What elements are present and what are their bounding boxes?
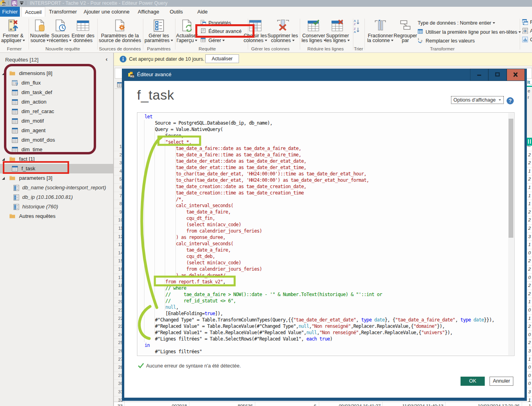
grid-cell-value: 10/03/2024 17:21:36: [478, 404, 520, 406]
vertical-scrollbar[interactable]: [508, 113, 514, 355]
scrollbar-thumb[interactable]: [509, 119, 513, 238]
code-line-16: tae_date_a_faire,: [145, 209, 494, 215]
grid-gridline: [319, 402, 319, 406]
properties-button[interactable]: Propriétés: [200, 20, 231, 25]
code-token: ,: [176, 304, 179, 310]
code-token: "tae_date_a_faire_date": [395, 317, 455, 323]
tree-item-label: db_name (socleng-intersport_report): [22, 185, 106, 190]
teal-underline-fragment: [527, 86, 532, 87]
append-queries-button[interactable]: A: [522, 28, 532, 33]
tree-item-dim-action[interactable]: dim_action: [0, 97, 113, 107]
use-first-row-as-headers-button[interactable]: Utiliser la première ligne pour les en-t…: [418, 29, 521, 35]
parameter-icon: [13, 194, 20, 201]
tree-item-dim-time[interactable]: dim_time: [0, 145, 113, 154]
expand-triangle-icon[interactable]: [2, 177, 5, 180]
tree-item-db-ip-10-106-100-81[interactable]: db_ip (10.106.100.81): [0, 192, 113, 202]
tree-item-dim-agent[interactable]: dim_agent: [0, 126, 113, 135]
menu-tab-ajouter[interactable]: Ajouter une colonne: [79, 7, 134, 17]
code-token: ]),: [215, 311, 223, 316]
expand-triangle-icon[interactable]: [2, 158, 5, 161]
help-icon[interactable]: ?: [507, 97, 514, 104]
tree-item-dim-flux[interactable]: ?dim_flux: [0, 78, 113, 88]
replace-values-button[interactable]: 12Remplacer les valeurs: [418, 38, 475, 43]
code-token: "Non renseigné": [312, 323, 351, 329]
pane-text-fragment-1: e: [528, 89, 530, 93]
remove-rows-button[interactable]: Supprimerles lignes: [316, 18, 359, 43]
code-line-37: in: [145, 342, 494, 348]
dialog-close-button[interactable]: [507, 69, 525, 81]
quick-access-dropdown-icon[interactable]: [20, 1, 24, 5]
display-options-dropdown[interactable]: Options d'affichage: [451, 96, 504, 104]
grid-cell-value: 1: [529, 404, 531, 406]
menu-tab-transformer[interactable]: Transformer: [47, 7, 79, 17]
tree-item-historique-760[interactable]: historique (760): [0, 202, 113, 212]
enter-data-icon: [76, 19, 90, 33]
tree-item-label: dim_ref_carac: [21, 108, 54, 114]
cancel-button[interactable]: Annuler: [490, 377, 513, 386]
refresh-preview-icon: [180, 19, 194, 33]
code-token: ) as reponse_duree,: [145, 235, 226, 240]
code-token: tae_date_der_etat::time as tae_date_der_…: [145, 165, 306, 170]
tree-item-dim-ref-carac[interactable]: dim_ref_carac: [0, 107, 113, 116]
data-source-settings-icon: [113, 19, 127, 33]
refresh-button[interactable]: Actualiser: [205, 54, 239, 63]
tree-item-dim-task-def[interactable]: dim_task_def: [0, 88, 113, 97]
menu-tab-accueil[interactable]: Accueil: [21, 7, 45, 17]
menu-tab-affichage[interactable]: Affichage: [134, 7, 163, 17]
tree-group-fact-1[interactable]: fact [1]: [0, 154, 113, 164]
dialog-maximize-button[interactable]: [488, 69, 507, 81]
table-icon: [12, 147, 18, 153]
code-token: #"Replaced Value" = Table.ReplaceValue(#…: [145, 323, 299, 329]
code-token: true: [204, 311, 215, 316]
code-editor[interactable]: let Source = PostgreSQL.Database(db_ip, …: [137, 112, 515, 356]
cell-value-fragment: 2: [528, 267, 531, 271]
code-line-38: #"Lignes filtrées": [145, 348, 494, 355]
code-line-27: from report.f_task_v2",: [145, 279, 494, 285]
code-token: // where: [145, 285, 186, 291]
tree-group-dimensions-8[interactable]: dimensions [8]: [0, 69, 113, 78]
expand-triangle-icon[interactable]: [2, 72, 5, 75]
collapse-pane-icon[interactable]: ‹: [106, 56, 108, 62]
combine-files-button[interactable]: C: [522, 37, 532, 42]
cell-value-fragment: 1: [528, 169, 531, 173]
code-token: ,: [309, 323, 312, 329]
menu-tab-fichier[interactable]: Fichier: [0, 7, 20, 17]
tree-item-db-name-socleng-intersport-report[interactable]: db_name (socleng-intersport_report): [0, 183, 113, 192]
data-source-settings-button[interactable]: Paramètres de lasource de données: [98, 18, 142, 43]
dialog-titlebar[interactable]: RS Éditeur avancé: [122, 69, 527, 81]
dialog-minimize-button[interactable]: [470, 69, 488, 81]
code-line-19: from calendrier_jours_feries): [145, 228, 494, 234]
tree-group-autres-requ-tes[interactable]: Autres requêtes: [0, 212, 113, 221]
tree-item-dim-motif-dos[interactable]: dim_motif_dos: [0, 135, 113, 145]
code-line-1: let: [145, 114, 494, 120]
code-token: calc_interval_seconds(: [145, 241, 233, 246]
code-line-35: #"Replaced Value1" = Table.ReplaceValue(…: [145, 329, 494, 336]
menu-tab-outils[interactable]: Outils: [163, 7, 190, 17]
code-line-7: tae_date_a_faire::time as tae_date_a_fai…: [145, 152, 494, 158]
data-source-settings-label: Paramètres de lasource de données: [98, 34, 142, 43]
manage-button[interactable]: Gérer: [200, 37, 225, 43]
menu-tab-aide[interactable]: Aide: [190, 7, 215, 17]
cell-value-fragment: 3: [528, 234, 531, 239]
data-type-button[interactable]: Type de données : Nombre entier: [418, 20, 495, 26]
save-icon[interactable]: [12, 0, 17, 6]
tree-item-f-task[interactable]: f_task: [0, 164, 113, 173]
code-token: }),: [437, 323, 445, 329]
grid-gridline: [124, 402, 125, 406]
cell-value-fragment: 1: [528, 193, 531, 198]
display-options-label: Options d'affichage: [453, 97, 495, 103]
ok-button[interactable]: OK: [461, 377, 485, 386]
merge-queries-button[interactable]: F: [522, 19, 532, 25]
code-token: tae_date_a_faire::time as tae_date_a_fai…: [145, 152, 301, 158]
tree-item-dim-motif[interactable]: dim_motif: [0, 116, 113, 126]
folder-icon: [9, 213, 15, 219]
code-token: tae_date_creation::time as tae_date_crea…: [145, 190, 304, 196]
code-line-21: calc_interval_seconds(: [145, 241, 494, 247]
use-first-row-as-headers-label: Utiliser la première ligne pour les en-t…: [426, 29, 517, 35]
tree-item-label: fact [1]: [19, 156, 35, 162]
code-token: "domaine": [413, 323, 437, 329]
code-line-9: tae_date_der_etat::time as tae_date_der_…: [145, 164, 494, 171]
cell-value-fragment: 2: [528, 291, 531, 296]
grid-cell-value: 805636: [238, 404, 253, 406]
tree-group-parameters-3[interactable]: parameters [3]: [0, 173, 113, 183]
